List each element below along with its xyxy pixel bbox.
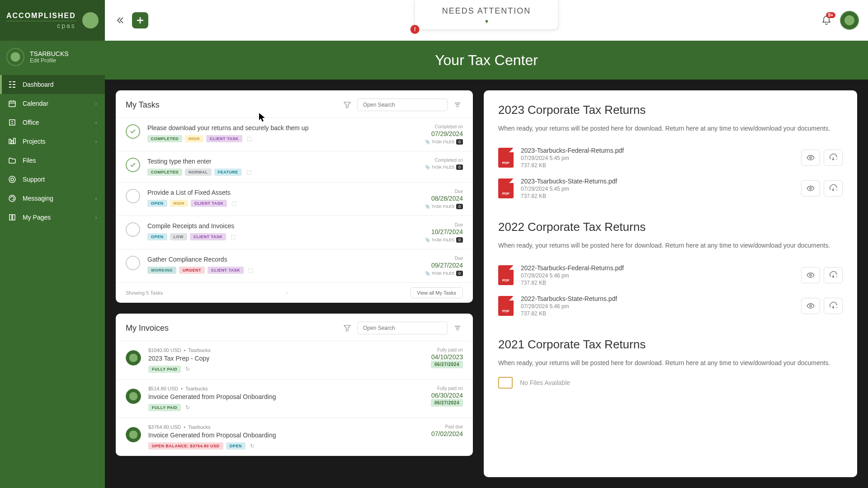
nav-label: Projects xyxy=(23,138,46,145)
svg-rect-3 xyxy=(11,141,13,144)
status-tag: FULLY PAID xyxy=(148,404,181,411)
download-button[interactable] xyxy=(824,180,843,197)
nav-item-dashboard[interactable]: Dashboard xyxy=(0,75,105,94)
svg-point-13 xyxy=(810,305,811,307)
nav-item-calendar[interactable]: Calendar› xyxy=(0,94,105,113)
invoice-meta: $3764.80 USD • Tsarbucks xyxy=(148,424,424,430)
logo-area: ACCOMPLISHED cpas xyxy=(0,0,105,41)
download-button[interactable] xyxy=(824,298,843,314)
user-avatar-button[interactable] xyxy=(840,11,859,30)
invoice-row[interactable]: $3764.80 USD • TsarbucksInvoice Generate… xyxy=(116,418,473,456)
invoice-meta: $514.80 USD • Tsarbucks xyxy=(148,386,424,391)
projects-icon xyxy=(8,137,16,145)
tax-section: 2022 Corporate Tax ReturnsWhen ready, yo… xyxy=(498,220,843,321)
task-row[interactable]: Compile Receipts and Invoices OPENLOWCLI… xyxy=(116,216,473,249)
file-size: 737.82 KB xyxy=(521,280,794,286)
calendar-icon xyxy=(8,99,16,108)
file-size: 737.82 KB xyxy=(521,310,794,317)
invoices-search-input[interactable] xyxy=(357,322,448,334)
nav-item-office[interactable]: Office› xyxy=(0,113,105,132)
preview-button[interactable] xyxy=(801,267,820,283)
task-title: Testing type then enter xyxy=(147,158,418,165)
svg-rect-8 xyxy=(9,215,12,220)
task-checkbox[interactable] xyxy=(126,158,140,172)
preview-button[interactable] xyxy=(801,180,820,197)
task-row[interactable]: Provide a List of Fixed Assets OPENHIGHC… xyxy=(116,182,473,216)
task-row[interactable]: Please download your returns and securel… xyxy=(116,117,473,151)
svg-point-12 xyxy=(810,274,811,276)
file-date: 07/29/2024 5:45 pm xyxy=(521,155,794,161)
invoices-card: My Invoices $1040.00 USD • Tsarbucks2023… xyxy=(116,314,473,456)
invoice-row[interactable]: $514.80 USD • TsarbucksInvoice Generated… xyxy=(116,379,473,418)
nav-item-messaging[interactable]: Messaging› xyxy=(0,189,105,208)
download-icon xyxy=(829,271,837,279)
attachment-icon: 📎 xyxy=(425,204,430,209)
sort-button[interactable] xyxy=(452,99,463,110)
sort-button[interactable] xyxy=(452,323,463,333)
tax-desc: When ready, your returns will be posted … xyxy=(498,240,843,250)
file-name: 2022-Tsarbucks-Federal-Returns.pdf xyxy=(521,264,794,272)
pdf-icon xyxy=(498,265,514,285)
nav-item-projects[interactable]: Projects› xyxy=(0,132,105,151)
invoice-avatar xyxy=(126,389,141,404)
task-checkbox[interactable] xyxy=(126,124,140,139)
invoice-date: 06/30/2024 xyxy=(431,392,463,399)
task-checkbox[interactable] xyxy=(126,222,140,237)
task-meta-label: Due xyxy=(425,222,463,227)
content: My Tasks Please download your returns an… xyxy=(105,80,868,488)
task-files-count: 0 xyxy=(456,139,463,145)
folder-open-icon xyxy=(498,377,513,389)
chevron-right-icon: › xyxy=(95,139,97,144)
file-name: 2022-Tsarbucks-State-Returns.pdf xyxy=(521,295,794,302)
messaging-icon xyxy=(8,194,16,202)
add-button[interactable] xyxy=(132,12,148,28)
sidebar-collapse-button[interactable] xyxy=(114,14,127,27)
brand-name: ACCOMPLISHED xyxy=(6,11,76,20)
status-tag: COMPLETED xyxy=(147,169,182,176)
preview-button[interactable] xyxy=(801,298,820,314)
invoice-row[interactable]: $1040.00 USD • Tsarbucks2023 Tax Prep - … xyxy=(116,341,473,379)
preview-button[interactable] xyxy=(801,150,820,166)
profile-block[interactable]: TSARBUCKS Edit Profile xyxy=(0,41,105,73)
attachment-icon: 📎 xyxy=(425,140,430,144)
svg-point-10 xyxy=(810,157,811,159)
task-files-label: TASK FILES xyxy=(432,204,454,209)
task-files-label: TASK FILES xyxy=(432,140,454,144)
filter-icon xyxy=(344,101,351,108)
file-name: 2023-Tsarbucks-State-Returns.pdf xyxy=(521,178,794,185)
chevron-right-icon: › xyxy=(95,196,97,201)
view-all-tasks-button[interactable]: View all My Tasks xyxy=(410,287,463,298)
status-tag: COMPLETED xyxy=(147,135,182,142)
task-files-count: 0 xyxy=(456,271,463,276)
task-row[interactable]: Gather Compliance Records WORKINGURGENTC… xyxy=(116,249,473,282)
edit-profile-link[interactable]: Edit Profile xyxy=(30,57,69,64)
attention-widget[interactable]: NEEDS ATTENTION ▾ ! xyxy=(415,0,559,30)
my pages-icon xyxy=(8,213,16,221)
download-button[interactable] xyxy=(824,267,843,283)
date-tag: 06/27/2024 xyxy=(431,399,463,407)
tasks-search-input[interactable] xyxy=(357,99,448,111)
eye-icon xyxy=(807,154,815,162)
tag-icon: ⬚ xyxy=(231,234,236,240)
task-date: 07/29/2024 xyxy=(425,130,463,137)
task-row[interactable]: Testing type then enter COMPLETEDNORMALF… xyxy=(116,151,473,182)
tax-heading: 2022 Corporate Tax Returns xyxy=(498,220,843,234)
notifications-button[interactable]: 9+ xyxy=(821,15,832,26)
plus-icon xyxy=(136,16,144,24)
download-icon xyxy=(829,302,837,310)
office-icon xyxy=(8,118,16,127)
nav-item-my-pages[interactable]: My Pages› xyxy=(0,208,105,227)
filter-button[interactable] xyxy=(342,99,353,110)
task-checkbox[interactable] xyxy=(126,256,140,270)
filter-button[interactable] xyxy=(342,323,353,333)
profile-name: TSARBUCKS xyxy=(30,50,69,57)
task-checkbox[interactable] xyxy=(126,189,140,203)
svg-point-5 xyxy=(9,176,15,183)
nav-item-support[interactable]: Support xyxy=(0,170,105,189)
task-title: Gather Compliance Records xyxy=(147,256,418,263)
download-button[interactable] xyxy=(824,150,843,166)
nav-item-files[interactable]: Files xyxy=(0,151,105,170)
priority-tag: URGENT xyxy=(179,267,205,274)
brand-icon xyxy=(82,12,99,28)
dashboard-icon xyxy=(8,80,16,89)
